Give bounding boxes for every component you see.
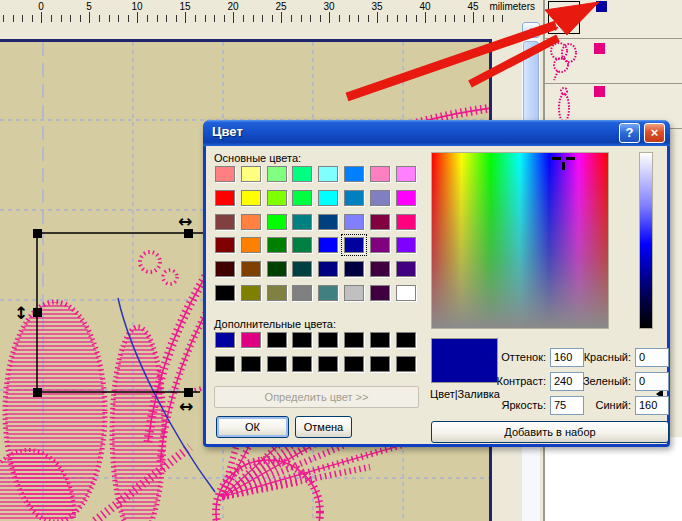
hue-saturation-field[interactable] — [431, 152, 609, 329]
basic-color-swatch[interactable] — [267, 190, 287, 206]
ruler-tick — [51, 15, 52, 22]
ruler-tick — [435, 15, 436, 22]
basic-color-swatch[interactable] — [370, 214, 390, 230]
basic-color-swatch[interactable] — [215, 285, 235, 301]
object-selection-box — [548, 1, 580, 34]
basic-color-swatch[interactable] — [267, 166, 287, 182]
ruler-tick — [32, 15, 33, 22]
ruler-tick — [291, 15, 292, 22]
custom-color-swatch[interactable] — [344, 356, 364, 372]
basic-color-swatch[interactable] — [241, 166, 261, 182]
basic-color-swatch[interactable] — [396, 214, 416, 230]
basic-color-swatch[interactable] — [370, 261, 390, 277]
object-color-chip[interactable] — [594, 86, 605, 97]
ok-button[interactable]: ОК — [216, 416, 289, 438]
custom-color-swatch[interactable] — [370, 356, 390, 372]
object-thumbnail-butterfly — [548, 41, 578, 83]
custom-color-swatch[interactable] — [396, 356, 416, 372]
custom-color-swatch[interactable] — [292, 332, 312, 348]
object-row-2[interactable] — [545, 39, 682, 84]
ruler-number: 0 — [38, 1, 44, 12]
custom-color-swatch[interactable] — [241, 332, 261, 348]
custom-color-swatch[interactable] — [267, 332, 287, 348]
basic-color-swatch[interactable] — [318, 261, 338, 277]
ruler-tick — [397, 15, 398, 22]
basic-color-swatch[interactable] — [396, 285, 416, 301]
custom-color-swatch[interactable] — [215, 356, 235, 372]
basic-color-swatch[interactable] — [344, 237, 364, 253]
basic-color-swatch[interactable] — [344, 285, 364, 301]
custom-color-swatch[interactable] — [370, 332, 390, 348]
help-button[interactable]: ? — [619, 123, 640, 143]
green-field[interactable]: 0 — [635, 372, 669, 391]
basic-color-swatch[interactable] — [370, 166, 390, 182]
basic-color-swatch[interactable] — [370, 285, 390, 301]
basic-color-swatch[interactable] — [344, 214, 364, 230]
custom-color-swatch[interactable] — [292, 356, 312, 372]
custom-color-swatch[interactable] — [318, 332, 338, 348]
luminance-slider[interactable] — [639, 152, 653, 329]
custom-color-swatch[interactable] — [318, 356, 338, 372]
svg-text:↔: ↔ — [179, 396, 193, 416]
app-window: ↔ ↕ ↔ 051015202530354045 milimeters ▲ — [0, 0, 682, 521]
dialog-title-bar[interactable]: Цвет ? × — [203, 120, 670, 146]
basic-color-swatch[interactable] — [241, 285, 261, 301]
basic-color-swatch[interactable] — [344, 190, 364, 206]
basic-color-swatch[interactable] — [318, 237, 338, 253]
basic-color-swatch[interactable] — [241, 190, 261, 206]
close-button[interactable]: × — [644, 123, 665, 143]
ruler-tick — [89, 12, 90, 23]
basic-color-swatch[interactable] — [370, 237, 390, 253]
basic-color-swatch[interactable] — [318, 166, 338, 182]
basic-color-swatch[interactable] — [267, 237, 287, 253]
basic-color-swatch[interactable] — [370, 190, 390, 206]
basic-color-swatch[interactable] — [292, 190, 312, 206]
basic-color-swatch[interactable] — [344, 166, 364, 182]
basic-color-swatch[interactable] — [292, 237, 312, 253]
ruler-tick — [233, 12, 234, 23]
basic-color-swatch[interactable] — [396, 190, 416, 206]
basic-color-swatch[interactable] — [318, 214, 338, 230]
basic-color-swatch[interactable] — [215, 214, 235, 230]
basic-color-swatch[interactable] — [241, 237, 261, 253]
add-to-custom-button[interactable]: Добавить в набор — [431, 421, 669, 443]
basic-color-swatch[interactable] — [396, 261, 416, 277]
cancel-button[interactable]: Отмена — [295, 416, 352, 438]
basic-color-swatch[interactable] — [318, 285, 338, 301]
ruler-tick — [464, 15, 465, 22]
object-color-chip[interactable] — [594, 43, 605, 54]
ruler-tick — [473, 12, 474, 23]
basic-color-swatch[interactable] — [344, 261, 364, 277]
basic-color-swatch[interactable] — [215, 166, 235, 182]
object-row-1[interactable] — [545, 0, 682, 39]
chevron-up-icon: ▲ — [527, 26, 536, 35]
red-field[interactable]: 0 — [635, 348, 669, 367]
scrollbar-up-button[interactable]: ▲ — [522, 22, 540, 38]
custom-color-swatch[interactable] — [396, 332, 416, 348]
basic-color-swatch[interactable] — [292, 166, 312, 182]
custom-color-swatch[interactable] — [215, 332, 235, 348]
custom-color-swatch[interactable] — [267, 356, 287, 372]
ruler-number: 10 — [131, 1, 142, 12]
basic-color-swatch[interactable] — [215, 261, 235, 277]
basic-color-swatch[interactable] — [267, 285, 287, 301]
ruler-number: 40 — [419, 1, 430, 12]
custom-color-swatch[interactable] — [344, 332, 364, 348]
basic-color-swatch[interactable] — [215, 237, 235, 253]
basic-color-swatch[interactable] — [396, 237, 416, 253]
basic-color-swatch[interactable] — [292, 261, 312, 277]
ruler-tick — [166, 15, 167, 22]
basic-color-swatch[interactable] — [292, 214, 312, 230]
basic-color-swatch[interactable] — [267, 261, 287, 277]
basic-color-swatch[interactable] — [241, 214, 261, 230]
basic-color-swatch[interactable] — [267, 214, 287, 230]
blue-field[interactable]: 160 — [635, 396, 669, 415]
basic-color-swatch[interactable] — [241, 261, 261, 277]
basic-color-swatch[interactable] — [215, 190, 235, 206]
custom-color-swatch[interactable] — [241, 356, 261, 372]
object-color-chip[interactable] — [596, 1, 607, 12]
basic-color-swatch[interactable] — [292, 285, 312, 301]
basic-color-swatch[interactable] — [396, 166, 416, 182]
basic-color-swatch[interactable] — [318, 190, 338, 206]
ruler-tick — [368, 15, 369, 22]
